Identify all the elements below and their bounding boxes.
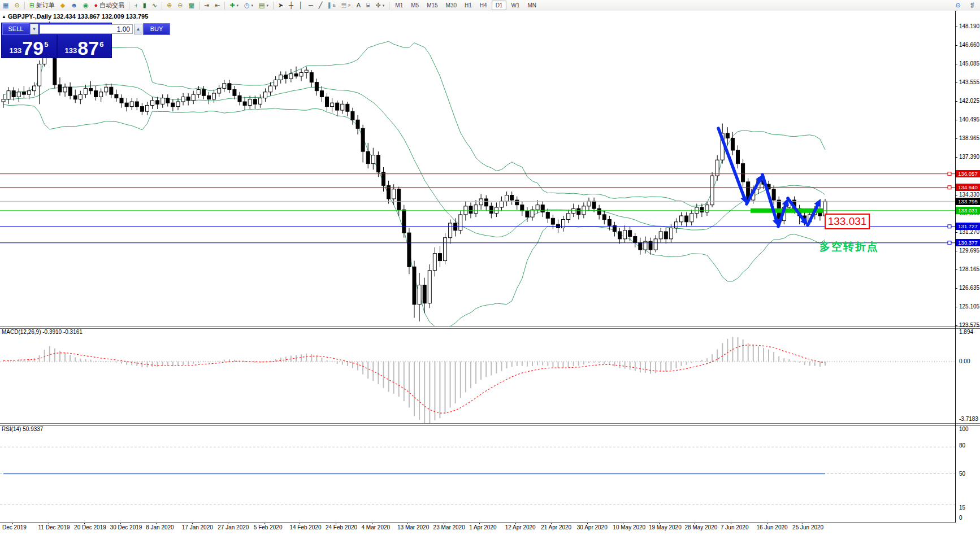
bar-chart-mode-icon[interactable]: ⫞ <box>131 1 140 10</box>
time-tick-mark <box>156 523 157 524</box>
zoom-out-icon[interactable]: ⊖ <box>175 1 185 10</box>
axis-label: 134.330 <box>959 192 979 198</box>
auto-scroll-icon[interactable]: ⇥ <box>201 1 212 10</box>
time-tick-mark <box>407 523 408 524</box>
preview-icon[interactable]: ⊙ <box>11 1 22 10</box>
buy-price-big: 87 <box>77 40 99 56</box>
new-order-button[interactable]: ⊞ 新订单 <box>27 1 58 10</box>
chart-area[interactable]: ▲ GBPJPY-,Daily 132.434 133.867 132.009 … <box>0 11 980 535</box>
volume-decrease-button[interactable]: ▼ <box>30 24 38 34</box>
expert-advisor-icon[interactable]: ☻ <box>68 1 80 10</box>
pivot-text-annotation[interactable]: 多空转折点 <box>819 240 879 254</box>
time-axis-label: 4 Mar 2020 <box>362 524 391 530</box>
axis-tick-mark <box>955 64 957 64</box>
one-click-collapse-icon[interactable]: ▲ <box>2 14 6 19</box>
volume-increase-button[interactable]: ▲ <box>134 24 142 34</box>
time-axis-label: 16 Jun 2020 <box>757 524 788 530</box>
rsi-label: RSI(14) 50.9337 <box>2 426 43 432</box>
axis-label: 146.660 <box>959 42 979 48</box>
axis-label: 140.495 <box>959 116 979 123</box>
styles-icon[interactable]: ◆ <box>58 1 68 10</box>
fibonacci-tool-icon[interactable]: ☰F <box>338 1 353 10</box>
tile-windows-icon[interactable]: ▩ <box>185 1 197 10</box>
axis-tick-mark <box>955 157 957 158</box>
price-axis-border <box>955 11 956 523</box>
buy-button[interactable]: BUY <box>143 23 170 35</box>
chart-window-icon[interactable]: ▦ <box>0 1 11 10</box>
time-axis-label: 11 Dec 2019 <box>38 524 70 530</box>
time-tick-mark <box>228 523 228 524</box>
auto-trading-icon: ● <box>94 1 98 10</box>
auto-trading-button[interactable]: ● 自动交易 <box>92 1 128 10</box>
time-tick-mark <box>444 523 444 524</box>
vertical-line-tool-icon[interactable]: │ <box>296 1 306 10</box>
crosshair-tool-icon[interactable]: ┼ <box>286 1 296 10</box>
toolbar-separator <box>224 2 225 10</box>
thick-green-support-line[interactable] <box>751 208 823 213</box>
text-tool-icon[interactable]: A <box>354 1 363 10</box>
time-tick-mark <box>623 523 623 524</box>
time-tick-mark <box>49 523 49 524</box>
timeframe-button-w1[interactable]: W1 <box>508 1 523 10</box>
sell-price-big: 79 <box>22 40 44 56</box>
search-icon[interactable]: ⊙ <box>953 1 964 10</box>
axis-label: 80 <box>959 442 965 449</box>
periods-clock-icon[interactable]: ◷▾ <box>241 1 256 10</box>
toolbar-separator <box>24 2 25 10</box>
time-tick-mark <box>695 523 695 524</box>
price-badge: 134.940 <box>956 184 980 191</box>
horizontal-line-tool-icon[interactable]: ─ <box>306 1 316 10</box>
timeframe-button-d1[interactable]: D1 <box>492 1 507 10</box>
panel-separator[interactable] <box>0 326 980 329</box>
time-axis-label: 24 Feb 2020 <box>326 524 357 530</box>
time-axis-label: Dec 2019 <box>2 524 27 530</box>
toolbar-separator <box>129 2 129 10</box>
axis-tick-mark <box>955 288 957 289</box>
axis-label: 50 <box>959 471 965 477</box>
price-badge: 136.057 <box>956 170 980 177</box>
axis-label: 143.555 <box>959 79 979 85</box>
indicators-add-icon[interactable]: ✚▾ <box>227 1 241 10</box>
time-tick-mark <box>659 523 660 524</box>
line-chart-mode-icon[interactable]: ∿ <box>149 1 160 10</box>
timeframe-button-m30[interactable]: M30 <box>443 1 460 10</box>
timeframe-button-m15[interactable]: M15 <box>423 1 441 10</box>
time-axis-label: 23 Mar 2020 <box>433 524 465 530</box>
zoom-in-icon[interactable]: ⊕ <box>164 1 175 10</box>
sell-price[interactable]: 133 79 5 <box>2 35 56 58</box>
time-tick-mark <box>551 523 552 524</box>
timeframe-button-m5[interactable]: M5 <box>407 1 422 10</box>
axis-label: 142.025 <box>959 98 979 104</box>
signals-icon[interactable]: ◉ <box>80 1 92 10</box>
candle-chart-mode-icon[interactable]: ▮ <box>140 1 149 10</box>
timeframe-button-h1[interactable]: H1 <box>461 1 475 10</box>
cursor-tool-icon[interactable]: ➤ <box>275 1 286 10</box>
volume-input[interactable] <box>40 24 133 34</box>
sell-button[interactable]: SELL <box>2 23 29 35</box>
timeframe-button-h4[interactable]: H4 <box>476 1 491 10</box>
price-annotation-label[interactable]: 133.031 <box>825 214 870 229</box>
chat-icon[interactable]: ❡ <box>967 1 978 10</box>
timeframe-button-m1[interactable]: M1 <box>392 1 406 10</box>
trendline-tool-icon[interactable]: ╱ <box>316 1 326 10</box>
timeframe-button-mn[interactable]: MN <box>524 1 540 10</box>
axis-tick-mark <box>955 27 957 27</box>
axis-tick-mark <box>955 269 957 270</box>
channel-tool-icon[interactable]: ∥E <box>325 1 338 10</box>
axis-tick-mark <box>955 325 957 326</box>
time-tick-mark <box>515 523 516 524</box>
time-axis-label: 19 May 2020 <box>649 524 682 530</box>
axis-tick-mark <box>955 82 957 83</box>
shapes-tool-icon[interactable]: ✢▾ <box>373 1 388 10</box>
axis-label: 0.00 <box>959 358 970 364</box>
time-tick-mark <box>587 523 588 524</box>
axis-tick-mark <box>955 232 957 233</box>
chart-canvas[interactable] <box>0 11 980 535</box>
axis-tick-mark <box>955 120 957 120</box>
templates-icon[interactable]: ▤▾ <box>256 1 271 10</box>
chart-shift-icon[interactable]: ⇤ <box>212 1 223 10</box>
time-axis-label: 30 Apr 2020 <box>577 524 608 530</box>
text-label-tool-icon[interactable]: ⌸ <box>363 1 373 10</box>
buy-price[interactable]: 133 87 6 <box>57 35 111 58</box>
panel-separator[interactable] <box>0 423 980 426</box>
